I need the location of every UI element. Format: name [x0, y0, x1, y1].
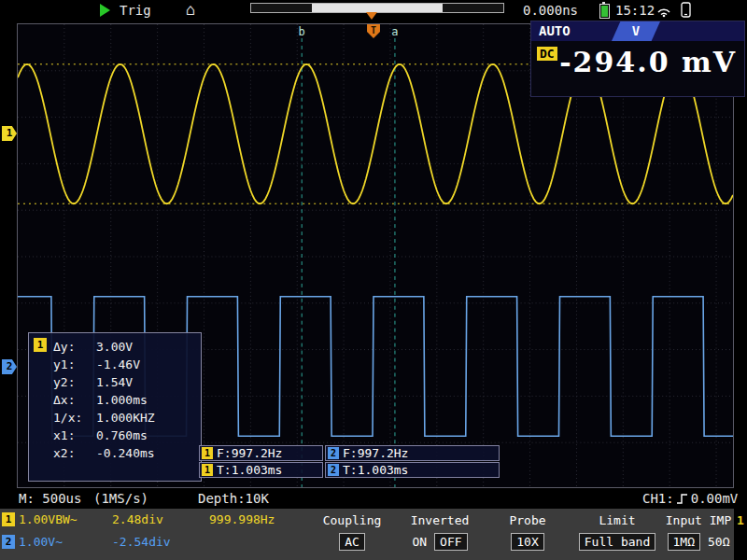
measure-ch-badge: 1 [202, 447, 213, 459]
battery-level [601, 6, 608, 17]
menu-section-coupling: Coupling AC [308, 509, 396, 560]
measure-value: T:1.003ms [343, 463, 408, 477]
voltage-meter-panel: AUTO V DC -294.0 mV [530, 21, 745, 97]
ch1-info-row[interactable]: 1 1.00VBW~ 2.48div 999.998Hz [2, 512, 275, 526]
menu-option-on[interactable]: ON [412, 534, 427, 550]
measure-box: 1T:1.003ms [199, 462, 323, 478]
cursor-row: y2:1.54V [53, 375, 199, 393]
trigger-status: CH1: 0.00mV [642, 491, 738, 506]
ch1-position-marker[interactable]: 1 [2, 126, 17, 141]
cursor-row-label: x1: [53, 428, 96, 446]
trigger-source-label: CH1: [642, 491, 674, 506]
menu-section-input-imp: Input IMP 1MΩ 50Ω [663, 509, 734, 560]
ch2-badge: 2 [2, 535, 15, 549]
meter-mode-label: AUTO [539, 21, 571, 41]
clock: 15:12 [615, 3, 655, 18]
home-icon[interactable]: ⌂ [186, 0, 195, 19]
status-bar: M: 500us (1MS/s) Depth:10K CH1: 0.00mV [0, 488, 747, 509]
menu-option-fullband[interactable]: Full band [579, 533, 655, 551]
measure-value: F:997.2Hz [343, 446, 408, 460]
wifi-icon [656, 4, 671, 18]
softkey-menu: Coupling AC Inverted ON OFF Probe 10X Li [308, 509, 734, 560]
cursor-row-value: 0.760ms [96, 428, 148, 446]
menu-title: Input IMP [663, 513, 734, 527]
menu-option-off[interactable]: OFF [434, 533, 467, 551]
usb-device-icon [681, 2, 691, 19]
meter-coupling-badge: DC [537, 47, 557, 61]
measure-ch-badge: 1 [202, 464, 213, 476]
oscilloscope-screen: Trig ⌂ 0.000ns 15:12 Tba 1 2 AUTO V [0, 0, 747, 560]
trigger-position-pointer-icon[interactable] [366, 12, 377, 20]
ch2-info-row[interactable]: 2 1.00V~ -2.54div [2, 535, 209, 549]
battery-icon [599, 4, 610, 19]
measure-value: T:1.003ms [217, 463, 282, 477]
menu-option-50ohm[interactable]: 50Ω [708, 534, 729, 550]
measure-box: 2F:997.2Hz [325, 445, 500, 461]
ch1-badge: 1 [2, 512, 15, 526]
menu-channel-strip[interactable]: 1 [734, 509, 747, 560]
cursor-row: y1:-1.46V [53, 357, 199, 375]
menu-option-1mohm[interactable]: 1MΩ [668, 533, 700, 551]
battery-nub [602, 2, 605, 4]
menu-section-probe: Probe 10X [484, 509, 571, 560]
cursor-rows: Δy:3.00V y1:-1.46V y2:1.54V Δx:1.000ms 1… [53, 340, 199, 464]
cursor-row-value: -0.240ms [96, 446, 155, 464]
rising-edge-icon [676, 492, 689, 506]
menu-option-10x[interactable]: 10X [511, 533, 543, 551]
measure-box: 2T:1.003ms [325, 462, 500, 478]
measure-ch-badge: 2 [328, 464, 339, 476]
menu-title: Limit [571, 513, 663, 527]
measure-value: F:997.2Hz [217, 446, 282, 460]
menu-title: Inverted [396, 513, 484, 527]
ch1-frequency: 999.998Hz [209, 512, 275, 526]
measure-ch-badge: 2 [328, 447, 339, 459]
cursor-row-label: y2: [53, 375, 96, 393]
cursor-row-label: x2: [53, 446, 96, 464]
cursor-row: Δy:3.00V [53, 340, 199, 357]
cursor-row-label: Δy: [53, 340, 96, 357]
top-bar: Trig ⌂ 0.000ns 15:12 [0, 0, 747, 21]
menu-title: Coupling [308, 513, 396, 527]
cursor-measure-panel: 1 Δy:3.00V y1:-1.46V y2:1.54V Δx:1.000ms… [28, 332, 202, 482]
cursor-row: Δx:1.000ms [53, 393, 199, 411]
cursor-row-label: y1: [53, 357, 96, 375]
cursor-row: x1:0.760ms [53, 428, 199, 446]
cursor-row-label: 1/x: [53, 411, 96, 428]
cursor-row-label: Δx: [53, 393, 96, 411]
trigger-level-readout: 0.00mV [691, 491, 739, 506]
cursor-row-value: 3.00V [96, 340, 133, 357]
ch1-volts-div: 1.00VBW~ [19, 512, 108, 526]
cursor-row-value: 1.000KHZ [96, 411, 155, 428]
hslider-window [312, 4, 443, 12]
trig-run-icon [100, 4, 110, 17]
timebase-readout: M: 500us [19, 491, 81, 506]
svg-text:T: T [371, 25, 376, 35]
menu-section-inverted: Inverted ON OFF [396, 509, 484, 560]
cursor-row-value: 1.000ms [96, 393, 148, 411]
cursor-row-value: -1.46V [96, 357, 140, 375]
menu-section-limit: Limit Full band [571, 509, 663, 560]
cursor-b-label: b [299, 25, 305, 38]
trigger-offset-readout: 0.000ns [523, 3, 578, 18]
meter-value: -294.0 mV [559, 46, 737, 78]
ch1-position: 2.48div [112, 512, 205, 526]
measure-box: 1F:997.2Hz [199, 445, 323, 461]
memory-depth-readout: Depth:10K [198, 491, 269, 506]
samplerate-readout: (1MS/s) [93, 491, 148, 506]
ch2-volts-div: 1.00V~ [19, 535, 108, 549]
cursor-row-value: 1.54V [96, 375, 133, 393]
horizontal-position-slider[interactable] [250, 3, 504, 13]
cursor-row: x2:-0.240ms [53, 446, 199, 464]
ch2-position: -2.54div [112, 535, 205, 549]
cursor-a-label: a [391, 25, 398, 38]
ch2-position-marker[interactable]: 2 [2, 359, 17, 374]
auto-measure-panel: 1F:997.2Hz 2F:997.2Hz 1T:1.003ms 2T:1.00… [199, 445, 500, 478]
cursor-row: 1/x:1.000KHZ [53, 411, 199, 428]
cursor-channel-badge: 1 [34, 338, 47, 352]
menu-channel-indicator: 1 [734, 513, 747, 527]
trig-label: Trig [120, 3, 151, 18]
bottom-menu-bar: 1 1.00VBW~ 2.48div 999.998Hz 2 1.00V~ -2… [0, 509, 747, 560]
meter-unit-tab[interactable]: V [612, 21, 660, 41]
menu-option-ac[interactable]: AC [339, 533, 365, 551]
voltage-meter-header: AUTO V [531, 21, 744, 41]
